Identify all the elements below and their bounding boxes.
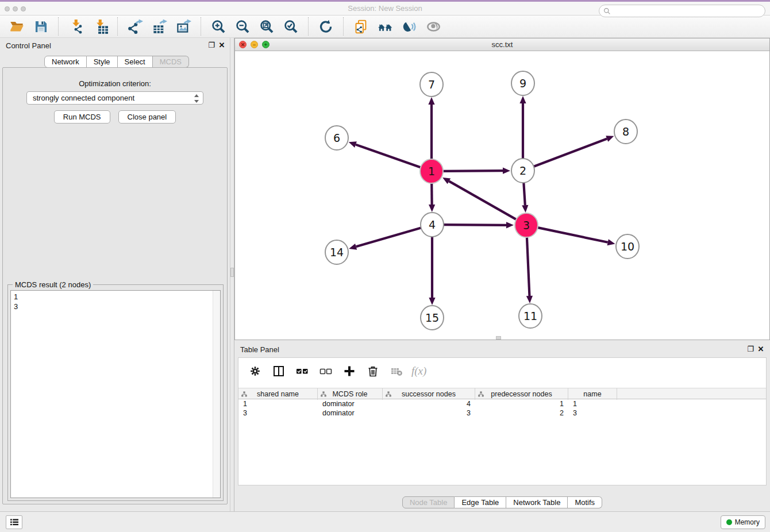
graph-edge-4-14[interactable] xyxy=(349,228,422,249)
table-panel-float-icon[interactable]: ❐ xyxy=(746,345,755,353)
column-header-successor-nodes[interactable]: successor nodes xyxy=(383,388,475,400)
graph-node-7[interactable]: 7 xyxy=(420,72,443,97)
graph-edge-2-3[interactable] xyxy=(522,182,528,213)
control-panel-header: Control Panel ❐ ✕ xyxy=(0,38,230,54)
graph-node-15[interactable]: 15 xyxy=(421,306,444,330)
result-scrollbar[interactable] xyxy=(213,291,220,498)
select-all-button[interactable] xyxy=(294,363,311,380)
graph-edge-1-2[interactable] xyxy=(442,168,510,174)
save-session-button[interactable] xyxy=(32,17,50,36)
memory-button[interactable]: Memory xyxy=(721,515,765,529)
table-panel-close-icon[interactable]: ✕ xyxy=(756,345,765,353)
open-session-icon xyxy=(9,19,25,34)
table-cell: 2 xyxy=(475,408,568,418)
panel-splitter[interactable] xyxy=(230,38,234,511)
splitter-knob[interactable] xyxy=(230,268,234,277)
column-header-MCDS-role[interactable]: MCDS role xyxy=(318,388,383,400)
close-panel-button[interactable]: Close panel xyxy=(118,110,176,124)
import-table-icon xyxy=(93,19,108,34)
refresh-button[interactable] xyxy=(317,17,335,36)
table-row[interactable]: 1dominator411 xyxy=(238,399,766,408)
select-none-button[interactable] xyxy=(317,363,334,380)
network-title: scc.txt xyxy=(235,38,769,51)
mcds-result-text[interactable]: 13 xyxy=(10,290,221,498)
criterion-value: strongly connected component xyxy=(33,94,134,102)
graph-node-11[interactable]: 11 xyxy=(519,304,542,328)
graph-edge-3-11[interactable] xyxy=(526,236,533,303)
graph-edge-2-9[interactable] xyxy=(519,96,526,160)
criterion-select[interactable]: strongly connected component xyxy=(26,91,203,105)
network-scroll-knob[interactable] xyxy=(496,336,501,340)
node-label: 7 xyxy=(428,78,435,91)
column-header-name[interactable]: name xyxy=(568,388,617,400)
graph-edge-3-10[interactable] xyxy=(537,228,615,245)
graph-node-1[interactable]: 1 xyxy=(420,159,443,183)
graph-edge-4-15[interactable] xyxy=(429,236,435,305)
tab-motifs[interactable]: Motifs xyxy=(568,496,602,508)
tab-select[interactable]: Select xyxy=(118,56,153,68)
zoom-in-button[interactable] xyxy=(209,17,228,36)
zoom-selected-button[interactable] xyxy=(282,17,300,36)
export-table-button[interactable] xyxy=(150,17,168,36)
application-window: Session: New Session Control Panel ❐ ✕ N… xyxy=(0,0,770,532)
graph-node-2[interactable]: 2 xyxy=(511,159,534,183)
tab-style[interactable]: Style xyxy=(87,56,118,68)
tab-mcds[interactable]: MCDS xyxy=(153,56,189,68)
cyndex-browser-icon xyxy=(378,19,393,34)
graph-node-3[interactable]: 3 xyxy=(515,213,538,237)
graph-edge-3-1[interactable] xyxy=(442,178,517,220)
node-label: 3 xyxy=(523,219,530,232)
search-input[interactable] xyxy=(613,6,761,16)
clone-network-button[interactable] xyxy=(352,17,370,36)
export-image-button[interactable] xyxy=(174,17,192,36)
graph-edge-1-4[interactable] xyxy=(429,182,435,212)
tab-edge-table[interactable]: Edge Table xyxy=(455,496,506,508)
control-panel-close-icon[interactable]: ✕ xyxy=(217,41,226,49)
import-table-button[interactable] xyxy=(91,17,109,36)
network-canvas[interactable]: 7968124314101511 xyxy=(235,51,769,340)
cyndex-browser-button[interactable] xyxy=(376,17,394,36)
table-settings-button[interactable] xyxy=(247,363,264,380)
import-network-button[interactable] xyxy=(67,17,85,36)
column-sort-icon xyxy=(241,391,247,397)
graph-edge-1-7[interactable] xyxy=(428,97,434,160)
search-box[interactable] xyxy=(599,5,765,17)
graph-node-9[interactable]: 9 xyxy=(511,71,534,95)
control-panel: Control Panel ❐ ✕ NetworkStyleSelectMCDS… xyxy=(0,38,230,511)
show-panel-button[interactable] xyxy=(424,17,442,36)
graph-node-4[interactable]: 4 xyxy=(421,213,444,237)
column-header-predecessor-nodes[interactable]: predecessor nodes xyxy=(475,388,568,400)
tab-network[interactable]: Network xyxy=(44,56,87,68)
node-label: 6 xyxy=(333,132,340,144)
graph-node-10[interactable]: 10 xyxy=(616,234,639,259)
export-network-button[interactable] xyxy=(126,17,144,36)
column-header-shared-name[interactable]: shared name xyxy=(238,388,318,400)
graph-edge-4-3[interactable] xyxy=(443,222,514,228)
function-builder-button[interactable]: f(x) xyxy=(411,365,426,377)
column-label: successor nodes xyxy=(402,390,456,398)
table-row[interactable]: 3dominator323 xyxy=(238,408,766,418)
tab-node-table[interactable]: Node Table xyxy=(402,496,455,508)
graph-node-14[interactable]: 14 xyxy=(325,240,348,264)
add-row-button[interactable] xyxy=(341,363,358,380)
graph-node-6[interactable]: 6 xyxy=(325,126,348,150)
control-panel-float-icon[interactable]: ❐ xyxy=(207,41,216,49)
run-mcds-button[interactable]: Run MCDS xyxy=(54,110,110,124)
columns-button[interactable] xyxy=(270,363,287,380)
graph-edge-1-6[interactable] xyxy=(349,141,421,167)
zoom-fit-button[interactable] xyxy=(257,17,276,36)
task-history-button[interactable] xyxy=(6,515,22,529)
table-toolbar: f(x) xyxy=(238,358,766,384)
tab-network-table[interactable]: Network Table xyxy=(506,496,568,508)
hide-panel-icon xyxy=(402,19,417,34)
delete-row-button[interactable] xyxy=(364,363,382,380)
open-session-button[interactable] xyxy=(7,17,26,36)
table-settings-icon xyxy=(249,365,261,377)
hide-panel-button[interactable] xyxy=(400,17,418,36)
table-cell: dominator xyxy=(318,399,383,408)
graph-edge-2-8[interactable] xyxy=(533,136,614,167)
zoom-out-button[interactable] xyxy=(233,17,252,36)
column-sort-icon xyxy=(478,391,484,397)
delete-table-button[interactable] xyxy=(388,363,405,380)
graph-node-8[interactable]: 8 xyxy=(614,119,637,144)
